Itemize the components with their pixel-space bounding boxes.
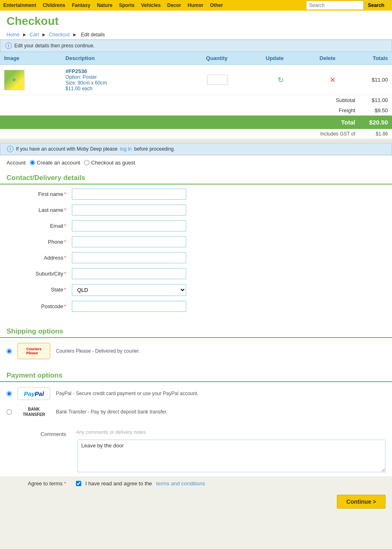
product-info: #FP2536 Option: Poster Size: 90cm x 60cm… [65,68,164,91]
gst-value: $1.86 [359,129,392,139]
comments-label: Comments [7,429,72,437]
login-info-bar: i If you have an account with Moby Deep … [0,143,392,155]
freight-label: Freight [0,105,359,116]
breadcrumb-checkout[interactable]: Checkout [49,32,70,38]
terms-link[interactable]: terms and conditions [156,480,205,487]
product-image: 🐦 [4,70,24,90]
nav-decor[interactable]: Decor [164,1,184,10]
last-name-row: Last name* Customer [0,204,392,216]
nav-other[interactable]: Other [207,1,226,10]
login-info-icon: i [7,146,13,152]
delete-button[interactable]: ✕ [330,76,336,84]
email-input[interactable]: test3@clintdesign.com [72,220,186,231]
search-button[interactable]: Search [363,1,389,10]
nav-fantasy[interactable]: Fantasy [69,1,94,10]
create-account-radio[interactable] [30,160,35,165]
suburb-input[interactable]: Testville [72,268,186,279]
address-field-wrapper: 1 test road [72,252,186,263]
required-star: * [64,207,66,213]
first-name-label: First name* [7,189,72,197]
terms-checkbox[interactable] [76,481,81,486]
postcode-label: Postcode* [7,301,72,309]
nav-entertainment[interactable]: Entertainment [0,1,40,10]
nav-sports[interactable]: Sports [116,1,138,10]
breadcrumb-cart[interactable]: Cart [30,32,39,38]
comments-label-row: Comments Any comments or delivery notes [7,429,385,437]
nav-nature[interactable]: Nature [94,1,116,10]
required-star: * [64,255,66,261]
required-star: * [64,303,66,309]
email-row: Email* test3@clintdesign.com [0,220,392,231]
account-row: Account Create an account Checkout as gu… [7,160,385,166]
required-star: * [64,239,66,245]
couriers-please-logo: CouriersPlease [18,343,50,359]
product-option: Option: Poster [65,74,164,80]
comments-textarea[interactable]: Leave by the door [78,440,385,472]
guest-label: Checkout as guest [91,160,135,166]
col-delete: Delete [288,52,340,65]
product-size: Size: 90cm x 60cm [65,80,164,86]
required-star: * [64,271,66,277]
nav-humor[interactable]: Humor [184,1,207,10]
terms-label: Agree to terms * [7,480,72,487]
paypal-option-row: PayPal PayPal - Secure credit card payme… [0,384,392,403]
search-input[interactable] [306,1,363,10]
create-account-option[interactable]: Create an account [30,160,80,166]
terms-row: Agree to terms * I have read and agree t… [0,476,392,491]
address-row: Address* 1 test road [0,252,392,263]
account-label: Account [7,160,26,166]
login-text-after: before proceeding. [134,146,175,152]
bank-radio[interactable] [7,409,12,415]
gst-label: Includes GST of [0,129,359,139]
comments-input-row: Leave by the door [7,440,385,472]
login-text-before: If you have an account with Moby Deep pl… [16,146,118,152]
state-select[interactable]: ACTNSWNTQLDSATASVICWA [72,284,186,296]
shipping-section: CouriersPlease Couriers Please - Deliver… [0,338,392,367]
total-label: Total [0,116,359,129]
account-section: Account Create an account Checkout as gu… [0,155,392,170]
paypal-radio[interactable] [7,391,12,396]
postcode-row: Postcode* 4000 [0,301,392,312]
required-star: * [64,191,66,197]
last-name-label: Last name* [7,204,72,213]
login-link[interactable]: log in [120,146,132,152]
address-input[interactable]: 1 test road [72,252,186,263]
product-price: $11.00 each [65,86,164,91]
contact-form: First name* Test Last name* Customer Ema… [0,184,392,323]
paypal-desc: PayPal - Secure credit card payment or u… [56,391,198,396]
total-value: $20.50 [359,116,392,129]
subtotal-value: $11.00 [359,95,392,105]
nav-vehicles[interactable]: Vehicles [138,1,164,10]
totals-table: Subtotal $11.00 Freight $9.50 Total $20.… [0,95,392,139]
postcode-input[interactable]: 4000 [72,301,186,312]
guest-radio[interactable] [84,160,89,165]
bank-option-row: BANKTRANSFER Bank Transfer - Pay by dire… [0,403,392,420]
top-nav: Entertainment Childrens Fantasy Nature S… [0,0,392,11]
shipping-section-header: Shipping options [0,323,392,338]
col-description: Description [61,52,168,65]
state-label: State* [7,284,72,293]
col-totals: Totals [340,52,392,65]
first-name-input[interactable]: Test [72,189,186,200]
product-sku[interactable]: #FP2536 [65,68,87,74]
breadcrumb: Home ► Cart ► Checkout ► Edit details [0,30,392,40]
quantity-input[interactable]: 1 [207,75,227,85]
nav-childrens[interactable]: Childrens [40,1,69,10]
update-button[interactable]: ↻ [278,76,284,84]
breadcrumb-home[interactable]: Home [7,32,20,38]
suburb-row: Suburb/City* Testville [0,268,392,279]
continue-button[interactable]: Continue > [337,495,385,509]
phone-input[interactable]: 1234 5678 [72,236,186,247]
col-update: Update [232,52,288,65]
col-image: Image [0,52,61,65]
last-name-input[interactable]: Customer [72,204,186,216]
couriers-please-radio[interactable] [7,349,12,354]
email-label: Email* [7,220,72,229]
last-name-field-wrapper: Customer [72,204,186,216]
section-divider [0,139,392,143]
phone-field-wrapper: 1234 5678 [72,236,186,247]
continue-row: Continue > [0,491,392,513]
terms-text-before: I have read and agree to the [85,480,152,487]
guest-option[interactable]: Checkout as guest [84,160,135,166]
info-text: Edit your details then press continue. [14,43,95,49]
